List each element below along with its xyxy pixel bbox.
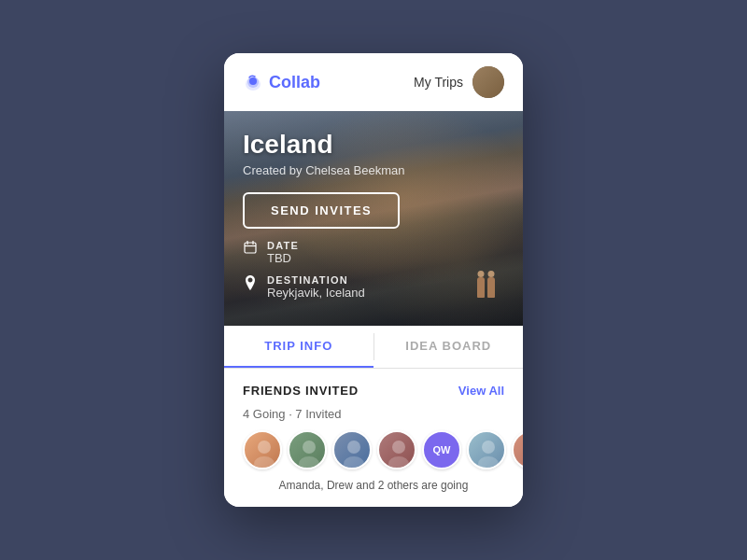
- hero-subtitle: Created by Chelsea Beekman: [243, 163, 504, 177]
- svg-point-16: [478, 456, 499, 469]
- avatar-image: [472, 66, 504, 98]
- friend-avatar-qw: QW: [422, 430, 461, 469]
- hikers-figure: [477, 277, 495, 298]
- tabs-bar: TRIP INFO IDEA BOARD: [224, 326, 523, 369]
- hiker-2: [487, 277, 495, 298]
- friends-avatars-row: QW: [243, 430, 504, 469]
- svg-point-12: [344, 456, 364, 469]
- destination-value: Reykjavik, Iceland: [267, 286, 365, 300]
- going-count-label: 4 Going · 7 Invited: [243, 407, 504, 421]
- tab-idea-board[interactable]: IDEA BOARD: [374, 326, 524, 368]
- date-detail: DATE TBD: [267, 240, 299, 265]
- calendar-icon: [243, 241, 258, 258]
- logo[interactable]: Collab: [243, 72, 320, 92]
- hero-title: Iceland: [243, 130, 504, 160]
- svg-point-10: [299, 456, 319, 469]
- header-right: My Trips: [414, 66, 504, 98]
- svg-point-7: [258, 441, 271, 454]
- send-invites-button[interactable]: SEND INVITES: [243, 192, 400, 229]
- view-all-link[interactable]: View All: [458, 384, 504, 398]
- phone-container: Collab My Trips Iceland Created by Chels…: [224, 53, 523, 507]
- hiker-1: [477, 277, 485, 298]
- going-description: Amanda, Drew and 2 others are going: [243, 479, 504, 492]
- user-avatar[interactable]: [472, 66, 504, 98]
- friend-avatar-6: [512, 430, 523, 469]
- destination-label: DESTINATION: [267, 274, 365, 286]
- svg-point-2: [249, 77, 257, 85]
- svg-point-13: [392, 441, 405, 454]
- hero-section: Iceland Created by Chelsea Beekman SEND …: [224, 111, 523, 326]
- svg-point-14: [388, 456, 409, 469]
- date-value: TBD: [267, 251, 299, 265]
- hero-details: DATE TBD DESTINATION Reykjavik, Iceland: [243, 240, 365, 309]
- header: Collab My Trips: [224, 53, 523, 111]
- friend-initials-qw: QW: [433, 444, 451, 455]
- logo-icon: [243, 72, 263, 92]
- friends-invited-title: FRIENDS INVITED: [243, 384, 359, 398]
- main-content: FRIENDS INVITED View All 4 Going · 7 Inv…: [224, 369, 523, 507]
- friend-avatar-5: [467, 430, 506, 469]
- friend-avatar-4: [377, 430, 416, 469]
- date-label: DATE: [267, 240, 299, 251]
- svg-point-15: [482, 441, 495, 454]
- friend-avatar-3: [332, 430, 372, 469]
- svg-point-9: [303, 441, 316, 454]
- my-trips-label[interactable]: My Trips: [414, 75, 463, 90]
- logo-text: Collab: [269, 73, 320, 92]
- destination-row: DESTINATION Reykjavik, Iceland: [243, 274, 365, 300]
- destination-detail: DESTINATION Reykjavik, Iceland: [267, 274, 365, 300]
- svg-point-11: [347, 441, 360, 454]
- tab-trip-info[interactable]: TRIP INFO: [224, 326, 374, 368]
- date-row: DATE TBD: [243, 240, 365, 265]
- friend-avatar-1: [243, 430, 282, 469]
- location-icon: [243, 275, 258, 294]
- friend-avatar-2: [288, 430, 327, 469]
- friends-header: FRIENDS INVITED View All: [243, 384, 504, 398]
- svg-point-8: [254, 456, 275, 469]
- svg-rect-3: [245, 243, 256, 253]
